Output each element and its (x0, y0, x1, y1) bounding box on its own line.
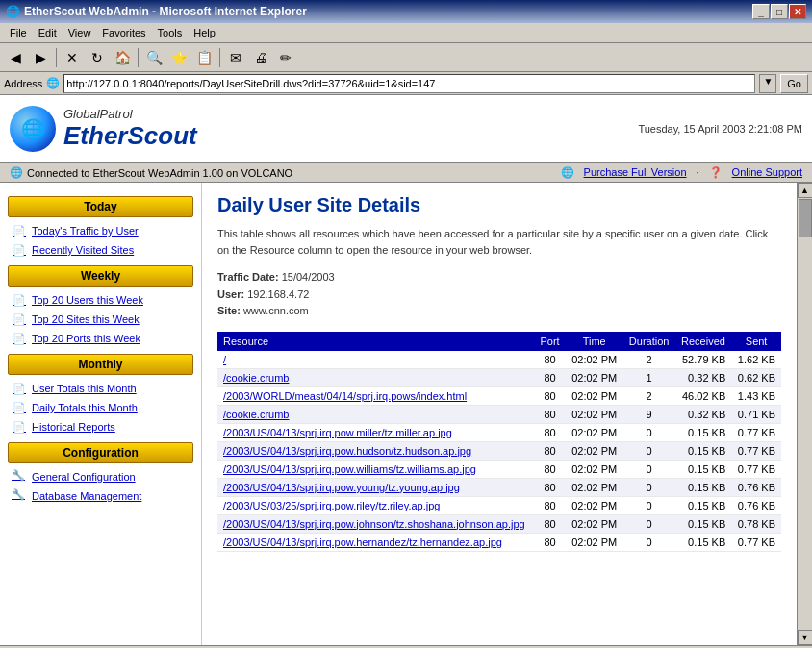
menu-help[interactable]: Help (188, 25, 221, 40)
scrollbar[interactable]: ▲ ▼ (797, 183, 812, 645)
menu-tools[interactable]: Tools (152, 25, 189, 40)
doc-icon-4: 📄 (12, 312, 27, 327)
header-datetime: Tuesday, 15 April 2003 2:21:08 PM (638, 123, 802, 135)
cell-port: 80 (534, 533, 566, 551)
mail-button[interactable]: ✉ (224, 47, 247, 68)
doc-icon-3: 📄 (12, 292, 27, 308)
back-button[interactable]: ◀ (4, 47, 27, 68)
cell-resource: / (217, 351, 534, 369)
cell-sent: 0.77 KB (731, 441, 781, 460)
resource-link[interactable]: /2003/US/04/13/sprj.irq.pow.young/tz.you… (223, 482, 460, 493)
cell-received: 0.15 KB (675, 496, 732, 514)
resource-link[interactable]: /2003/US/03/25/sprj.irq.pow.riley/tz.ril… (223, 500, 440, 511)
sidebar-item-database[interactable]: 🔧 Database Management (0, 486, 201, 506)
cell-time: 02:02 PM (566, 460, 623, 478)
cell-sent: 0.71 KB (731, 405, 781, 423)
resource-link[interactable]: /2003/US/04/13/sprj.irq.pow.williams/tz.… (223, 463, 476, 475)
cell-sent: 0.77 KB (731, 533, 781, 551)
cell-time: 02:02 PM (566, 405, 623, 423)
sidebar-top20-users-label: Top 20 Users this Week (32, 294, 143, 306)
sidebar-item-historical[interactable]: 📄 Historical Reports (0, 417, 201, 436)
sidebar-item-user-totals[interactable]: 📄 User Totals this Month (0, 379, 201, 398)
table-row: /cookie.crumb 80 02:02 PM 9 0.32 KB 0.71… (217, 405, 781, 423)
table-row: /2003/US/04/13/sprj.irq.pow.hernandez/tz… (217, 533, 781, 551)
toolbar-separator-2 (138, 48, 139, 67)
cell-resource: /2003/WORLD/meast/04/14/sprj.irq.pows/in… (217, 386, 534, 405)
table-row: /cookie.crumb 80 02:02 PM 1 0.32 KB 0.62… (217, 368, 781, 386)
cell-time: 02:02 PM (566, 386, 623, 405)
menu-file[interactable]: File (4, 25, 33, 40)
maximize-button[interactable]: □ (771, 4, 788, 19)
address-input-wrapper[interactable] (63, 74, 755, 93)
cell-duration: 0 (623, 533, 675, 551)
go-button[interactable]: Go (780, 74, 808, 93)
cell-resource: /2003/US/04/13/sprj.irq.pow.miller/tz.mi… (217, 423, 534, 441)
cell-duration: 0 (623, 496, 675, 514)
cell-resource: /cookie.crumb (217, 405, 534, 423)
resource-link[interactable]: /2003/US/04/13/sprj.irq.pow.johnson/tz.s… (223, 518, 525, 530)
toolbar-separator-1 (56, 48, 57, 67)
resource-link[interactable]: /cookie.crumb (223, 409, 289, 420)
stop-button[interactable]: ✕ (61, 47, 84, 68)
sidebar-item-general-config[interactable]: 🔧 General Configuration (0, 467, 201, 486)
menu-view[interactable]: View (63, 25, 97, 40)
close-button[interactable]: ✕ (789, 4, 806, 19)
resource-link[interactable]: /2003/US/04/13/sprj.irq.pow.miller/tz.mi… (223, 427, 452, 438)
purchase-full-version-link[interactable]: Purchase Full Version (584, 166, 687, 179)
home-button[interactable]: 🏠 (111, 47, 134, 68)
cell-sent: 0.77 KB (731, 423, 781, 441)
cell-received: 0.32 KB (675, 368, 732, 386)
sidebar-item-top20-users[interactable]: 📄 Top 20 Users this Week (0, 290, 201, 310)
forward-button[interactable]: ▶ (29, 47, 52, 68)
menubar: File Edit View Favorites Tools Help (0, 23, 812, 43)
main-layout: Today 📄 Today's Traffic by User 📄 Recent… (0, 183, 812, 645)
sidebar-item-today-traffic[interactable]: 📄 Today's Traffic by User (0, 221, 201, 240)
sidebar-item-daily-totals[interactable]: 📄 Daily Totals this Month (0, 398, 201, 417)
search-button[interactable]: 🔍 (142, 47, 165, 68)
meta-info: Traffic Date: 15/04/2003 User: 192.168.4… (217, 269, 781, 320)
resource-link[interactable]: / (223, 354, 226, 365)
window-controls[interactable]: _ □ ✕ (752, 4, 806, 19)
address-dropdown-arrow[interactable]: ▼ (759, 74, 776, 93)
sidebar-item-top20-sites[interactable]: 📄 Top 20 Sites this Week (0, 310, 201, 329)
cell-sent: 0.78 KB (731, 514, 781, 533)
connected-links: 🌐 Purchase Full Version · ❓ Online Suppo… (561, 166, 802, 179)
cell-port: 80 (534, 386, 566, 405)
page-title: Daily User Site Details (217, 194, 781, 216)
scroll-down-arrow[interactable]: ▼ (798, 630, 813, 645)
refresh-button[interactable]: ↻ (86, 47, 109, 68)
sidebar-weekly-header: Weekly (8, 265, 193, 287)
resource-link[interactable]: /2003/US/04/13/sprj.irq.pow.hernandez/tz… (223, 536, 502, 548)
sidebar-item-recently-visited[interactable]: 📄 Recently Visited Sites (0, 240, 201, 260)
address-input[interactable] (66, 78, 752, 89)
col-received: Received (675, 332, 732, 351)
history-button[interactable]: 📋 (192, 47, 216, 68)
sidebar-today-header: Today (8, 196, 193, 217)
resource-link[interactable]: /cookie.crumb (223, 372, 289, 384)
scroll-up-arrow[interactable]: ▲ (798, 183, 813, 198)
titlebar-text: EtherScout WebAdmin - Microsoft Internet… (24, 5, 307, 18)
favorites-button[interactable]: ⭐ (167, 47, 190, 68)
resource-link[interactable]: /2003/US/04/13/sprj.irq.pow.hudson/tz.hu… (223, 445, 471, 457)
main-content: Daily User Site Details This table shows… (202, 183, 797, 645)
edit-button[interactable]: ✏ (274, 47, 297, 68)
cell-time: 02:02 PM (566, 441, 623, 460)
gear-icon-1: 🔧 (12, 469, 27, 485)
online-support-link[interactable]: Online Support (732, 166, 802, 179)
address-bar: Address 🌐 ▼ Go (0, 72, 812, 95)
cell-time: 02:02 PM (566, 514, 623, 533)
data-table: Resource Port Time Duration Received Sen… (217, 332, 781, 552)
logo-text: GlobalPatrol EtherScout (63, 107, 197, 151)
print-button[interactable]: 🖨 (249, 47, 272, 68)
resource-link[interactable]: /2003/WORLD/meast/04/14/sprj.irq.pows/in… (223, 390, 467, 402)
sidebar-item-top20-ports[interactable]: 📄 Top 20 Ports this Week (0, 329, 201, 348)
scroll-area: Daily User Site Details This table shows… (202, 183, 812, 645)
sidebar-database-label: Database Management (32, 490, 141, 502)
cell-resource: /2003/US/04/13/sprj.irq.pow.hudson/tz.hu… (217, 441, 534, 460)
connected-status: 🌐 Connected to EtherScout WebAdmin 1.00 … (10, 166, 292, 179)
scroll-thumb[interactable] (799, 199, 812, 237)
menu-edit[interactable]: Edit (33, 25, 63, 40)
brand-etherscout: EtherScout (63, 121, 197, 151)
minimize-button[interactable]: _ (752, 4, 770, 19)
menu-favorites[interactable]: Favorites (96, 25, 151, 40)
